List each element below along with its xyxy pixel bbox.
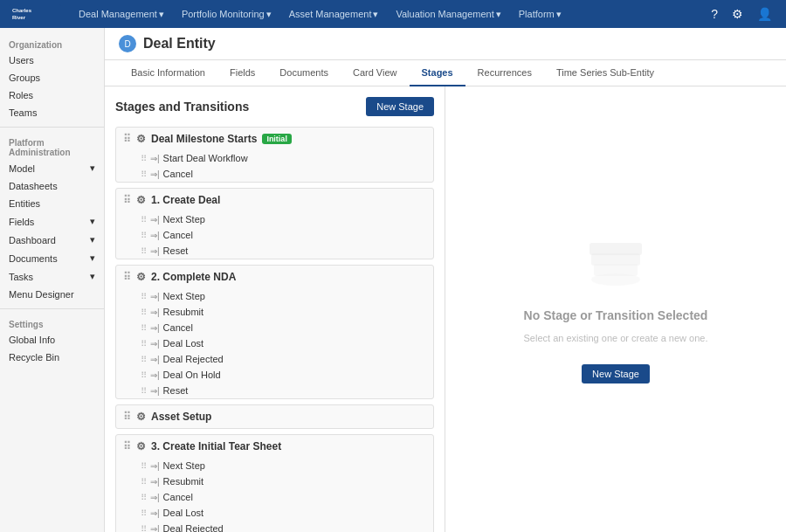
chevron-down-icon: ▾ (373, 9, 378, 20)
stage-header-asset-setup[interactable]: ⠿ ⚙ Asset Setup (116, 405, 433, 428)
transition-arrow-icon: ⇒| (150, 524, 160, 533)
drag-handle-icon: ⠿ (141, 292, 147, 301)
new-stage-button-top[interactable]: New Stage (366, 97, 434, 116)
drag-handle-icon: ⠿ (141, 355, 147, 364)
sidebar-item-recycle-bin[interactable]: Recycle Bin (0, 349, 104, 366)
stage-header-complete-nda[interactable]: ⠿ ⚙ 2. Complete NDA (116, 266, 433, 288)
transition-row[interactable]: ⠿ ⇒| Deal Lost (116, 505, 433, 521)
sidebar-item-dashboard[interactable]: Dashboard ▾ (0, 231, 104, 249)
transition-row[interactable]: ⠿ ⇒| Cancel (116, 166, 433, 182)
sidebar-item-users[interactable]: Users (0, 52, 104, 69)
stages-wrapper: Stages and Transitions New Stage ⠿ ⚙ Dea… (105, 86, 786, 532)
nav-asset-management[interactable]: Asset Management ▾ (282, 5, 386, 24)
transition-row[interactable]: ⠿ ⇒| Reset (116, 383, 433, 398)
sidebar-item-roles[interactable]: Roles (0, 86, 104, 104)
transition-row[interactable]: ⠿ ⇒| Cancel (116, 320, 433, 335)
user-icon[interactable]: 👤 (752, 3, 777, 24)
stage-header-create-deal[interactable]: ⠿ ⚙ 1. Create Deal (116, 189, 433, 211)
sidebar-item-fields[interactable]: Fields ▾ (0, 212, 104, 231)
tab-card-view[interactable]: Card View (341, 60, 410, 86)
stage-block-tear-sheet: ⠿ ⚙ 3. Create Initial Tear Sheet ⠿ ⇒| Ne… (115, 434, 434, 532)
transition-row[interactable]: ⠿ ⇒| Cancel (116, 227, 433, 243)
tab-time-series[interactable]: Time Series Sub-Entity (544, 60, 666, 86)
transition-arrow-icon: ⇒| (150, 508, 160, 518)
svg-rect-5 (591, 253, 640, 266)
transition-row[interactable]: ⠿ ⇒| Resubmit (116, 304, 433, 320)
help-icon[interactable]: ? (706, 3, 723, 24)
transition-row[interactable]: ⠿ ⇒| Resubmit (116, 473, 433, 489)
sidebar-item-tasks[interactable]: Tasks ▾ (0, 267, 104, 286)
drag-handle-icon[interactable]: ⠿ (123, 133, 131, 145)
nav-deal-management[interactable]: Deal Management ▾ (72, 5, 171, 24)
stage-header-tear-sheet[interactable]: ⠿ ⚙ 3. Create Initial Tear Sheet (116, 435, 433, 458)
transition-label: Deal Lost (163, 508, 203, 518)
stage-name: Asset Setup (151, 411, 211, 423)
platform-section-label: Platform Administration (0, 133, 104, 159)
chevron-icon: ▾ (90, 252, 95, 264)
transition-label: Reset (163, 385, 189, 396)
sidebar-item-model[interactable]: Model ▾ (0, 159, 104, 177)
nav-valuation-management[interactable]: Valuation Management ▾ (389, 5, 507, 24)
content-area: D Deal Entity Basic Information Fields D… (105, 28, 786, 532)
transition-label: Next Step (163, 291, 205, 301)
tab-basic-information[interactable]: Basic Information (119, 60, 217, 86)
tab-stages[interactable]: Stages (410, 60, 465, 86)
transition-label: Cancel (163, 230, 193, 240)
transition-row[interactable]: ⠿ ⇒| Next Step (116, 288, 433, 304)
transition-arrow-icon: ⇒| (150, 477, 160, 487)
transition-arrow-icon: ⇒| (150, 461, 160, 471)
tab-recurrences[interactable]: Recurrences (465, 60, 544, 86)
sidebar: Organization Users Groups Roles Teams Pl… (0, 28, 105, 532)
transition-row[interactable]: ⠿ ⇒| Deal Lost (116, 335, 433, 351)
transition-row[interactable]: ⠿ ⇒| Cancel (116, 489, 433, 505)
sidebar-item-documents[interactable]: Documents ▾ (0, 249, 104, 267)
stage-block-create-deal: ⠿ ⚙ 1. Create Deal ⠿ ⇒| Next Step ⠿ ⇒| C… (115, 188, 434, 259)
empty-state-subtitle: Select an existing one or create a new o… (524, 333, 708, 343)
transition-label: Deal Rejected (163, 523, 224, 532)
drag-handle-icon: ⠿ (141, 215, 147, 225)
stage-icon: ⚙ (136, 271, 146, 283)
stage-header-deal-milestone[interactable]: ⠿ ⚙ Deal Milestone Starts Initial (116, 128, 433, 150)
drag-handle-icon[interactable]: ⠿ (123, 271, 131, 283)
sidebar-item-menu-designer[interactable]: Menu Designer (0, 286, 104, 303)
sidebar-item-global-info[interactable]: Global Info (0, 331, 104, 349)
nav-portfolio-monitoring[interactable]: Portfolio Monitoring ▾ (175, 5, 279, 24)
transition-label: Resubmit (163, 307, 203, 317)
chevron-icon: ▾ (90, 216, 95, 227)
stage-block-deal-milestone: ⠿ ⚙ Deal Milestone Starts Initial ⠿ ⇒| S… (115, 127, 434, 183)
chevron-icon: ▾ (90, 162, 95, 174)
transition-label: Cancel (163, 169, 193, 179)
transition-label: Next Step (163, 460, 205, 471)
chevron-icon: ▾ (90, 271, 95, 282)
drag-handle-icon: ⠿ (141, 386, 147, 396)
sidebar-item-groups[interactable]: Groups (0, 69, 104, 86)
transition-row[interactable]: ⠿ ⇒| Next Step (116, 458, 433, 473)
drag-handle-icon[interactable]: ⠿ (123, 440, 131, 453)
settings-icon[interactable]: ⚙ (727, 3, 748, 24)
transition-row[interactable]: ⠿ ⇒| Deal Rejected (116, 351, 433, 367)
drag-handle-icon: ⠿ (141, 323, 147, 333)
drag-handle-icon[interactable]: ⠿ (123, 194, 131, 206)
drag-handle-icon: ⠿ (141, 508, 147, 518)
tab-documents[interactable]: Documents (267, 60, 341, 86)
transition-row[interactable]: ⠿ ⇒| Deal On Hold (116, 367, 433, 383)
transition-arrow-icon: ⇒| (150, 386, 160, 396)
sidebar-item-entities[interactable]: Entities (0, 195, 104, 212)
transition-row[interactable]: ⠿ ⇒| Next Step (116, 211, 433, 227)
transition-arrow-icon: ⇒| (150, 323, 160, 333)
nav-platform[interactable]: Platform ▾ (512, 5, 569, 24)
transition-row[interactable]: ⠿ ⇒| Start Deal Workflow (116, 150, 433, 166)
transition-label: Reset (163, 245, 189, 256)
new-stage-button-empty[interactable]: New Stage (582, 364, 650, 383)
tab-fields[interactable]: Fields (217, 60, 267, 86)
transition-arrow-icon: ⇒| (150, 154, 160, 163)
logo[interactable]: Charles River (9, 4, 61, 24)
transition-row[interactable]: ⠿ ⇒| Deal Rejected (116, 521, 433, 532)
drag-handle-icon: ⠿ (141, 370, 147, 380)
stage-icon: ⚙ (136, 411, 146, 423)
sidebar-item-teams[interactable]: Teams (0, 104, 104, 121)
transition-label: Deal On Hold (163, 370, 221, 380)
transition-row[interactable]: ⠿ ⇒| Reset (116, 243, 433, 259)
drag-handle-icon[interactable]: ⠿ (123, 411, 131, 423)
sidebar-item-datasheets[interactable]: Datasheets (0, 177, 104, 195)
